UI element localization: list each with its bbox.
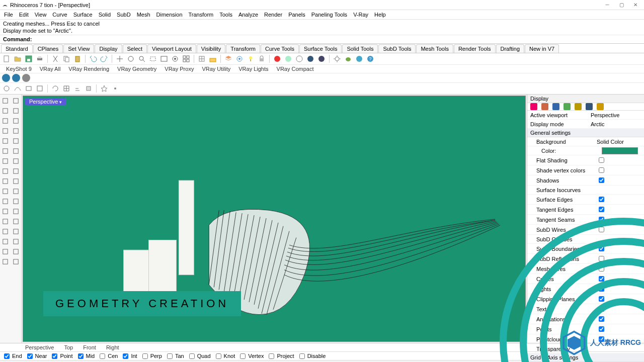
prop-checkbox[interactable] [599,197,604,202]
prop-checkbox[interactable] [599,276,604,282]
named-views-icon[interactable] [197,54,206,63]
tab-select[interactable]: Select [123,44,147,53]
ribbon-vray-utility[interactable]: VRay Utility [198,66,234,72]
prop-checkbox[interactable] [599,167,604,173]
mesh-tool-icon[interactable] [11,156,21,166]
osnap-checkbox[interactable] [269,353,274,359]
prop-checkbox[interactable] [599,256,604,261]
panel-tab-icon[interactable] [552,103,559,110]
tab-transform[interactable]: Transform [226,44,260,53]
layer-tool-icon[interactable] [0,256,11,266]
osnap-checkbox[interactable] [216,353,221,359]
ghosted-icon[interactable] [317,54,326,63]
paste-icon[interactable] [73,54,82,63]
filter-mesh-icon[interactable] [62,84,71,93]
menu-analyze[interactable]: Analyze [235,12,261,18]
solid-tool-icon[interactable] [0,156,11,166]
pointer-tool-icon[interactable] [0,96,11,106]
filter-curves-icon[interactable] [13,84,22,93]
osnap-disable[interactable]: Disable [297,352,326,360]
text-tool-icon[interactable] [0,166,11,176]
save-icon[interactable] [24,54,33,63]
tab-visibility[interactable]: Visibility [197,44,226,53]
menu-render[interactable]: Render [261,12,285,18]
osnap-cen[interactable]: Cen [98,352,118,360]
sweep-tool-icon[interactable] [0,226,11,236]
transform-tool-icon[interactable] [11,176,21,186]
zoom-extents-all-icon[interactable] [182,54,191,63]
render-icon[interactable] [273,54,282,63]
filter-other-icon[interactable] [111,84,120,93]
surface-tool-icon[interactable] [11,146,21,156]
curve-tool-icon[interactable] [0,126,11,136]
prop-checkbox[interactable] [599,296,604,302]
background-select[interactable]: Solid Color [597,139,641,145]
osnap-project[interactable]: Project [267,352,294,360]
open-icon[interactable] [13,54,22,63]
tab-cplanes[interactable]: CPlanes [33,44,63,53]
viewport[interactable]: Perspective▾ [23,96,526,342]
pan-icon[interactable] [115,54,124,63]
filter-surfaces-icon[interactable] [24,84,33,93]
hide-tool-icon[interactable] [11,256,21,266]
view-tab-top[interactable]: Top [59,344,78,350]
properties-icon[interactable] [235,54,244,63]
prop-checkbox[interactable] [599,227,604,232]
menu-transform[interactable]: Transform [186,12,217,18]
shaded-icon[interactable] [284,54,293,63]
osnap-perp[interactable]: Perp [140,352,162,360]
panel-tab-icon[interactable] [597,103,604,110]
prop-checkbox[interactable] [599,316,604,322]
osnap-checkbox[interactable] [4,353,10,359]
prop-checkbox[interactable] [599,246,604,251]
osnap-checkbox[interactable] [27,353,33,359]
trim-tool-icon[interactable] [0,186,11,196]
ribbon-vray-geometry[interactable]: VRay Geometry [113,66,160,72]
vray-tool-icon[interactable] [12,74,20,82]
filter-points-icon[interactable] [2,84,11,93]
ellipse-tool-icon[interactable] [11,126,21,136]
zoom-extents-icon[interactable] [159,54,169,63]
delete-tool-icon[interactable] [11,246,21,256]
undo-icon[interactable] [89,54,98,63]
maximize-button[interactable]: ▢ [615,2,628,9]
osnap-checkbox[interactable] [189,353,195,359]
ribbon-keyshot-9[interactable]: KeyShot 9 [2,66,36,72]
layers-icon[interactable] [224,54,233,63]
osnap-checkbox[interactable] [167,353,173,359]
filter-subd-icon[interactable] [51,84,60,93]
tab-viewport-layout[interactable]: Viewport Layout [147,44,196,53]
color-swatch[interactable] [602,147,638,154]
osnap-quad[interactable]: Quad [187,352,211,360]
prop-checkbox[interactable] [599,306,604,312]
filter-block-icon[interactable] [84,84,93,93]
tab-standard[interactable]: Standard [1,44,33,53]
prop-checkbox[interactable] [599,157,604,163]
tab-render-tools[interactable]: Render Tools [454,44,496,53]
minimize-button[interactable]: ─ [601,2,614,9]
menu-solid[interactable]: Solid [96,12,114,18]
display-mode-select[interactable]: Arctic [591,121,641,127]
analyze-tool-icon[interactable] [11,236,21,246]
osnap-tan[interactable]: Tan [165,352,184,360]
menu-edit[interactable]: Edit [16,12,32,18]
ribbon-vray-all[interactable]: VRay All [36,66,65,72]
new-icon[interactable] [2,54,11,63]
prop-checkbox[interactable] [599,207,604,212]
print-icon[interactable] [35,54,44,63]
prop-checkbox[interactable] [599,177,604,183]
osnap-mid[interactable]: Mid [76,352,95,360]
array-tool-icon[interactable] [0,176,11,186]
vray-tool-icon[interactable] [2,74,10,82]
tab-solid-tools[interactable]: Solid Tools [342,44,378,53]
ribbon-vray-proxy[interactable]: VRay Proxy [160,66,198,72]
osnap-int[interactable]: Int [121,352,137,360]
project-tool-icon[interactable] [11,206,21,216]
view-tab-perspective[interactable]: Perspective [20,344,59,350]
osnap-checkbox[interactable] [299,353,305,359]
osnap-checkbox[interactable] [142,353,148,359]
zoom-icon[interactable] [137,54,146,63]
join-tool-icon[interactable] [0,196,11,206]
menu-curve[interactable]: Curve [49,12,70,18]
prop-checkbox[interactable] [599,266,604,272]
